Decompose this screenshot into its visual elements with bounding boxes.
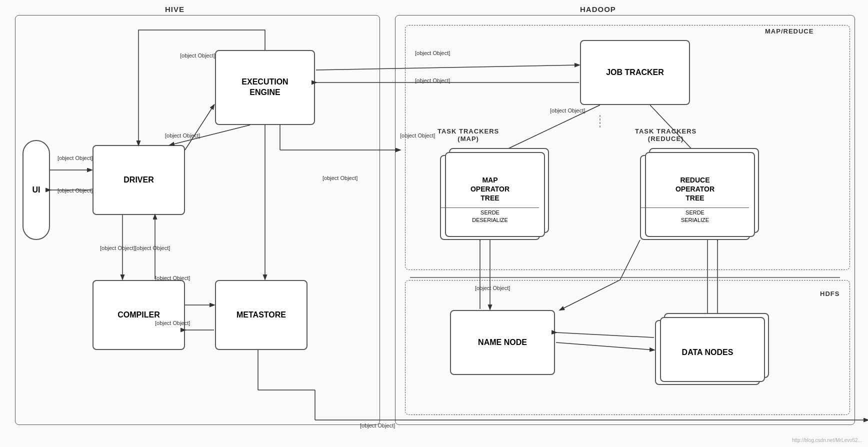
arrow-3-label: [object Object] <box>155 275 190 281</box>
ui-box: UI <box>22 140 50 240</box>
compiler-box: COMPILER <box>92 280 185 350</box>
hdfs-label: HDFS <box>820 290 840 298</box>
task-trackers-reduce-label: TASK TRACKERS(REDUCE) <box>635 128 696 142</box>
arrow-1-label: [object Object] <box>58 155 92 161</box>
map-operator-tree-box: MAPOPERATORTREE SERDEDESERIALIZE <box>440 155 540 240</box>
data-nodes-box: DATA NODES <box>655 320 760 385</box>
arrow-62-label: [object Object] <box>415 78 450 84</box>
hadoop-label: HADOOP <box>580 5 616 14</box>
watermark: http://blog.csdn.net/MrLevo52... <box>792 438 862 443</box>
mapreduce-tasks-label: [object Object] <box>550 108 585 114</box>
arrow-61-label: [object Object] <box>415 50 450 56</box>
job-tracker-box: JOB TRACKER <box>580 40 690 105</box>
arrow-4-label: [object Object] <box>155 320 190 326</box>
reduce-operator-tree-box: REDUCEOPERATORTREE SERDESERIALIZE <box>640 155 750 240</box>
arrow-5-label: [object Object] <box>135 245 170 251</box>
driver-box: DRIVER <box>92 145 185 215</box>
arrow-6-label: [object Object] <box>165 132 200 138</box>
arrow-7-label: [object Object] <box>58 188 92 194</box>
metastore-box: METASTORE <box>215 280 308 350</box>
hive-label: HIVE <box>165 5 184 14</box>
arrow-63-label: [object Object] <box>400 132 435 138</box>
arrow-2-label: [object Object] <box>100 245 135 251</box>
arrow-8-label: [object Object] <box>180 52 215 58</box>
hive-region <box>15 15 380 425</box>
mapreduce-label: MAP/REDUCE <box>765 28 814 35</box>
execution-engine-box: EXECUTION ENGINE <box>215 50 315 125</box>
name-node-box: NAME NODE <box>450 310 555 375</box>
task-trackers-map-label: TASK TRACKERS(MAP) <box>438 128 499 142</box>
arrow-9-label: [object Object] <box>360 422 395 428</box>
arrow-61meta-label: [object Object] <box>322 175 358 181</box>
reads-writes-label: [object Object] <box>475 285 510 291</box>
